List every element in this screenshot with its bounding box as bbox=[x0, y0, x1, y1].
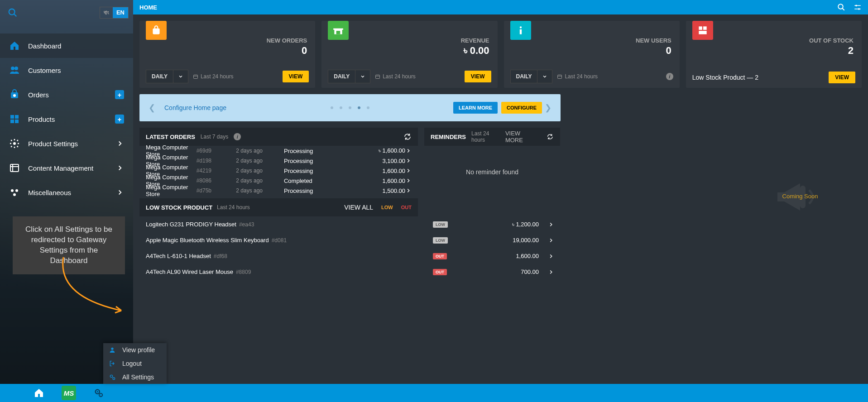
banner-prev[interactable]: ❮ bbox=[146, 103, 158, 113]
calendar-icon bbox=[193, 74, 198, 79]
sidebar-item-dashboard[interactable]: Dashboard bbox=[0, 34, 133, 58]
stat-value: 2 bbox=[809, 45, 854, 57]
gear-icon bbox=[9, 138, 20, 149]
banner-dot[interactable] bbox=[349, 106, 351, 109]
product-row[interactable]: Apple Magic Bluetooth Wireless Slim Keyb… bbox=[139, 232, 561, 248]
sidebar-item-products[interactable]: Products+ bbox=[0, 107, 133, 131]
view-button[interactable]: VIEW bbox=[283, 71, 309, 82]
svg-line-1 bbox=[14, 14, 17, 17]
refresh-icon[interactable] bbox=[403, 133, 412, 141]
svg-point-18 bbox=[110, 375, 112, 377]
filter-low[interactable]: LOW bbox=[381, 205, 393, 210]
svg-point-16 bbox=[13, 193, 16, 196]
order-amount: ৳ 1,600.00 bbox=[371, 147, 405, 154]
search-icon[interactable] bbox=[837, 3, 845, 11]
refresh-icon[interactable] bbox=[547, 133, 554, 141]
banner-dot[interactable] bbox=[367, 106, 369, 109]
sidebar-item-orders[interactable]: Orders+ bbox=[0, 82, 133, 107]
product-row[interactable]: A4Tech L-610-1 Headset#df68OUT1,600.00 bbox=[139, 248, 561, 264]
misc-icon bbox=[9, 187, 20, 198]
product-row[interactable]: Logitech G231 PRODIGY Headset#ea43LOW৳ 1… bbox=[139, 216, 561, 232]
range-label: Last 24 hours bbox=[375, 73, 460, 80]
sidebar-item-customers[interactable]: Customers bbox=[0, 58, 133, 82]
lang-bn[interactable]: বাং bbox=[100, 7, 113, 18]
settings-popup: View profileLogoutAll Settings bbox=[103, 343, 167, 384]
order-status: Processing bbox=[284, 158, 371, 164]
coming-soon-label: Coming Soon bbox=[764, 193, 836, 200]
chevron-right-icon[interactable] bbox=[548, 221, 554, 228]
sliders-icon[interactable] bbox=[854, 3, 862, 11]
chevron-right-icon[interactable] bbox=[405, 148, 412, 154]
product-id: #ea43 bbox=[239, 221, 254, 228]
topbar-right bbox=[837, 3, 862, 11]
info-icon[interactable]: i bbox=[666, 73, 673, 80]
search-button[interactable] bbox=[5, 5, 21, 21]
banner-dot[interactable] bbox=[358, 106, 360, 109]
period-select[interactable]: DAILY bbox=[328, 70, 370, 83]
order-store: Mega Computer Store bbox=[146, 184, 197, 197]
home-icon bbox=[9, 40, 20, 51]
chevron-right-icon[interactable] bbox=[405, 187, 412, 194]
reminders-header: REMINDERS Last 24 hours VIEW MORE bbox=[424, 128, 560, 146]
sidebar-item-product-settings[interactable]: Product Settings bbox=[0, 131, 133, 156]
chevron-right-icon[interactable] bbox=[548, 269, 554, 275]
banner-dot[interactable] bbox=[331, 106, 333, 109]
hint-tooltip: Click on All Settings to be redirected t… bbox=[13, 216, 125, 274]
sidebar-item-content-management[interactable]: Content Management bbox=[0, 156, 133, 180]
chevron-right-icon[interactable] bbox=[405, 177, 412, 184]
panel-title: LOW STOCK PRODUCT bbox=[146, 204, 212, 211]
svg-point-2 bbox=[11, 67, 14, 70]
stock-badge: LOW bbox=[433, 237, 448, 244]
product-row[interactable]: A4Tech AL90 Wired Laser Mouse#8809OUT700… bbox=[139, 264, 561, 280]
add-icon[interactable]: + bbox=[115, 115, 124, 124]
sidebar-item-miscellaneous[interactable]: Miscellaneous bbox=[0, 180, 133, 205]
stat-card-new-orders: NEW ORDERS0DAILYLast 24 hoursVIEW bbox=[139, 21, 315, 88]
chevron-right-icon[interactable] bbox=[405, 168, 412, 174]
svg-point-25 bbox=[858, 8, 860, 10]
product-price: 19,000.00 bbox=[513, 237, 539, 244]
order-amount: 1,500.00 bbox=[371, 187, 405, 194]
gears-icon bbox=[108, 373, 117, 381]
period-select[interactable]: DAILY bbox=[146, 70, 188, 83]
banner-dot[interactable] bbox=[340, 106, 342, 109]
chevron-down-icon bbox=[542, 74, 547, 79]
banner-next[interactable]: ❯ bbox=[542, 103, 554, 113]
order-row[interactable]: Mega Computer Store#d75b2 days agoProces… bbox=[139, 186, 418, 196]
svg-point-17 bbox=[111, 348, 113, 350]
order-id: #d198 bbox=[197, 158, 236, 164]
view-button[interactable]: VIEW bbox=[465, 71, 491, 82]
add-icon[interactable]: + bbox=[115, 90, 124, 99]
order-status: Processing bbox=[284, 187, 371, 194]
chevron-right-icon bbox=[116, 188, 124, 196]
stat-card-revenue: REVENUE৳ 0.00DAILYLast 24 hoursVIEW bbox=[321, 21, 497, 88]
view-all-link[interactable]: VIEW ALL bbox=[344, 204, 373, 211]
chevron-right-icon[interactable] bbox=[405, 158, 412, 164]
popup-logout[interactable]: Logout bbox=[103, 357, 167, 370]
popup-view-profile[interactable]: View profile bbox=[103, 343, 167, 357]
product-id: #df68 bbox=[214, 253, 227, 259]
chevron-right-icon[interactable] bbox=[548, 237, 554, 244]
info-icon[interactable]: i bbox=[234, 133, 241, 140]
chevron-right-icon[interactable] bbox=[548, 253, 554, 259]
view-more-link[interactable]: VIEW MORE bbox=[505, 130, 535, 144]
lang-en[interactable]: EN bbox=[113, 7, 128, 18]
svg-rect-36 bbox=[558, 75, 562, 79]
stock-badge: OUT bbox=[433, 253, 447, 259]
period-select[interactable]: DAILY bbox=[510, 70, 553, 83]
filter-out[interactable]: OUT bbox=[401, 205, 412, 210]
home-icon[interactable] bbox=[33, 387, 45, 399]
view-button[interactable]: VIEW bbox=[829, 72, 855, 83]
language-switch: বাং EN bbox=[100, 7, 129, 19]
svg-rect-26 bbox=[153, 29, 159, 34]
low-stock-link[interactable]: Low Stock Product — 2 bbox=[692, 74, 825, 81]
ms-badge[interactable]: MS bbox=[62, 386, 76, 400]
settings-icon[interactable] bbox=[92, 387, 105, 399]
stat-label: REVENUE bbox=[461, 37, 489, 44]
topbar: HOME bbox=[133, 0, 868, 14]
svg-rect-30 bbox=[333, 29, 343, 30]
popup-label: Logout bbox=[122, 360, 142, 367]
configure-button[interactable]: CONFIGURE bbox=[501, 102, 542, 114]
svg-point-10 bbox=[13, 142, 16, 145]
popup-all-settings[interactable]: All Settings bbox=[103, 370, 167, 384]
learn-more-button[interactable]: LEARN MORE bbox=[453, 102, 498, 114]
